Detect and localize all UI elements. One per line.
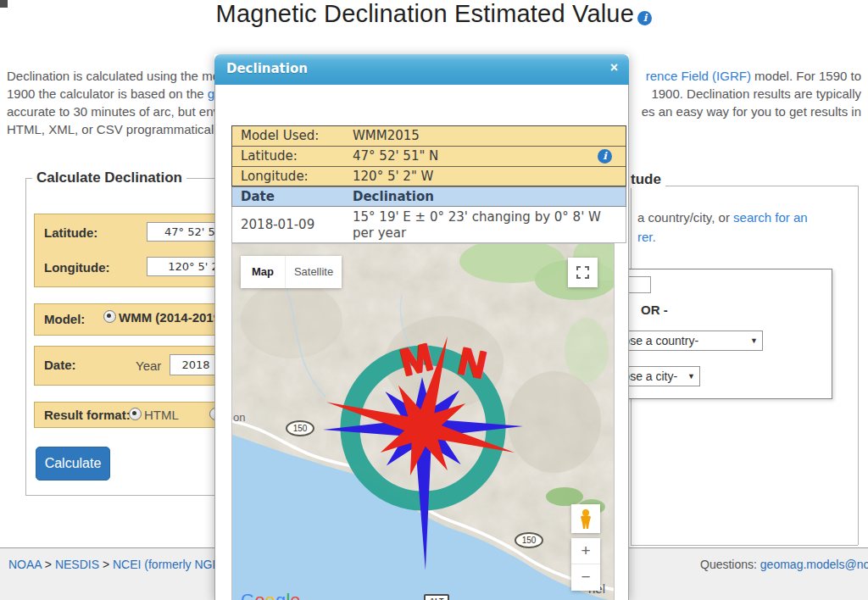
logo-letter: o <box>255 590 265 600</box>
result-table-header: Date Declination <box>231 186 626 207</box>
viewer-link-fragment[interactable]: rer. <box>637 230 656 244</box>
lookup-help-plain: a country/city, or <box>637 210 733 225</box>
chevron-down-icon: ▼ <box>687 367 695 386</box>
place-label-fragment: on <box>233 411 245 424</box>
table-row: Longitude: 120° 5' 2" W <box>232 167 626 187</box>
route-badge-alt: ALT <box>424 594 449 600</box>
year-label: Year <box>136 358 161 373</box>
dialog-title: Declination <box>226 61 308 76</box>
intro-text: rence Field (IGRF) model. For 1590 to <box>646 67 861 85</box>
declination-value-line2: per year <box>353 225 406 241</box>
logo-letter: g <box>275 590 286 600</box>
breadcrumb-ncei[interactable]: NCEI (formerly NGDC <box>113 558 230 571</box>
model-used-value: WMM2015 <box>353 126 420 146</box>
longitude-row-label: Longitude: <box>241 167 309 186</box>
map-canvas[interactable]: M N Map Satellite <box>231 243 615 600</box>
search-link[interactable]: search for an <box>733 210 808 225</box>
intro-text: model. For 1590 to <box>751 69 861 83</box>
latitude-row-value: 47° 52' 51" N <box>353 147 438 166</box>
google-logo[interactable]: Google <box>241 590 301 600</box>
or-separator: OR - <box>641 303 668 317</box>
declination-header: Declination <box>353 187 434 206</box>
intro-text: Declination is calculated using the mo <box>7 67 220 85</box>
route-shield-150: 150 <box>515 532 543 548</box>
breadcrumb-noaa[interactable]: NOAA <box>8 558 42 571</box>
date-header: Date <box>241 187 275 206</box>
intro-text: 1900. Declination results are typically <box>651 85 861 103</box>
date-value: 2018-01-09 <box>241 217 314 232</box>
calculate-button[interactable]: Calculate <box>36 447 110 481</box>
zoom-control: + − <box>571 538 600 591</box>
intro-text: 1900 the calculator is based on the <box>7 86 208 101</box>
intro-text: accurate to 30 minutes of arc, but env <box>7 103 220 120</box>
fullscreen-button[interactable] <box>568 258 598 287</box>
route-shield-150: 150 <box>286 420 314 436</box>
table-row: Latitude: 47° 52' 51" N <box>232 147 626 167</box>
calc-declination-legend: Calculate Declination <box>32 169 186 186</box>
lookup-fieldset-border-right <box>858 186 859 545</box>
title-row: Magnetic Declination Estimated Value i <box>0 0 868 28</box>
breadcrumb-separator: > <box>99 558 113 571</box>
map-type-control: Map Satellite <box>241 256 342 288</box>
pegman-button[interactable] <box>571 504 600 533</box>
questions-label: Questions: <box>700 558 760 571</box>
intro-text: es an easy way for you to get results in <box>642 103 861 120</box>
satellite-button[interactable]: Satellite <box>285 256 342 288</box>
logo-letter: o <box>265 590 275 600</box>
email-link[interactable]: geomag.models@noaa <box>760 558 868 571</box>
chevron-down-icon: ▼ <box>750 331 758 350</box>
latitude-label: Latitude: <box>44 225 97 240</box>
logo-letter: G <box>241 590 255 600</box>
result-html-radio[interactable] <box>129 408 142 420</box>
close-icon[interactable]: × <box>610 60 618 75</box>
result-format-label: Result format: <box>44 408 131 422</box>
model-wmm-label: WMM (2014-2019 <box>119 310 220 325</box>
breadcrumb-nesdis[interactable]: NESDIS <box>55 558 99 571</box>
model-info-table: Model Used: WMM2015 Latitude: 47° 52' 51… <box>231 125 626 186</box>
logo-letter: e <box>291 590 301 600</box>
questions-line: Questions: geomag.models@noaa <box>700 558 868 571</box>
date-label: Date: <box>44 358 76 372</box>
latitude-row-label: Latitude: <box>241 147 298 166</box>
lookup-fieldset-border-bottom <box>631 545 858 546</box>
breadcrumb: NOAA > NESDIS > NCEI (formerly NGDC <box>8 558 230 571</box>
dialog-header[interactable]: Declination × <box>214 54 629 85</box>
breadcrumb-separator: > <box>42 558 55 571</box>
result-html-label: HTML <box>144 408 179 422</box>
lookup-help-text: a country/city, or search for an <box>637 210 808 225</box>
model-wmm-radio[interactable] <box>103 310 116 323</box>
info-icon[interactable]: i <box>598 149 612 164</box>
page-title: Magnetic Declination Estimated Value <box>216 0 634 27</box>
intro-text: 1900 the calculator is based on the gu <box>7 85 222 103</box>
info-icon[interactable]: i <box>637 11 652 25</box>
map-button[interactable]: Map <box>241 256 285 288</box>
longitude-label: Longitude: <box>44 260 109 275</box>
declination-value-line1: 15° 19' E ± 0° 23' changing by 0° 8' W <box>353 209 601 225</box>
table-row: Model Used: WMM2015 <box>232 126 626 147</box>
model-used-label: Model Used: <box>241 126 319 146</box>
result-table-row: 2018-01-09 15° 19' E ± 0° 23' changing b… <box>231 207 626 243</box>
zoom-in-button[interactable]: + <box>571 538 600 564</box>
zoom-out-button[interactable]: − <box>571 564 600 590</box>
igrf-link[interactable]: rence Field (IGRF) <box>646 69 751 83</box>
model-label: Model: <box>44 312 85 326</box>
longitude-row-value: 120° 5' 2" W <box>353 167 433 186</box>
lookup-legend-fragment: tude <box>631 171 665 188</box>
dialog-body: Model Used: WMM2015 Latitude: 47° 52' 51… <box>214 85 629 600</box>
fullscreen-icon <box>568 258 598 287</box>
page: Magnetic Declination Estimated Value i D… <box>0 0 868 600</box>
pegman-icon <box>571 504 600 533</box>
declination-dialog: Model Used: WMM2015 Latitude: 47° 52' 51… <box>214 54 629 600</box>
lookup-help-text-2: rer. <box>637 230 656 244</box>
intro-text: HTML, XML, or CSV programmaticall <box>7 120 217 138</box>
